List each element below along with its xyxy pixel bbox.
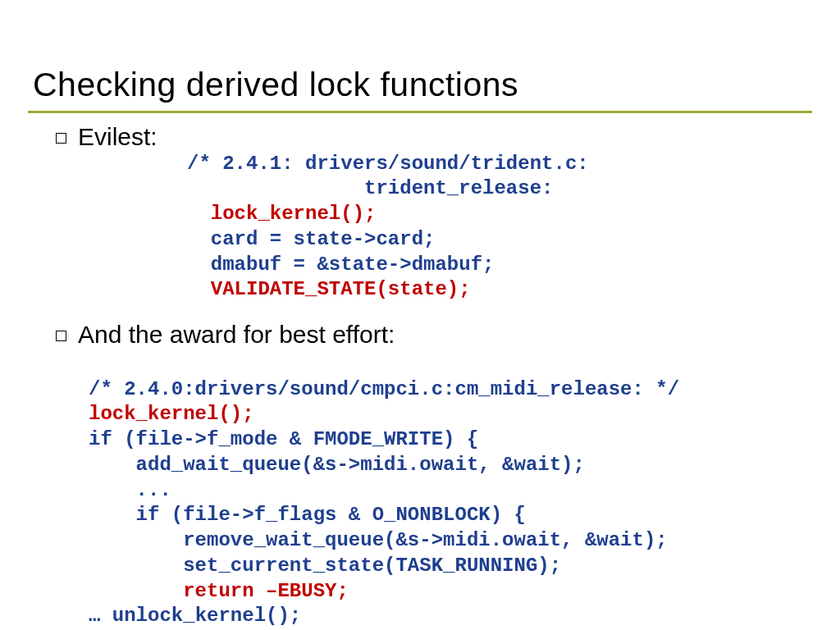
code-line: dmabuf = &state->dmabuf;: [187, 253, 494, 276]
code-line: if (file->f_mode & FMODE_WRITE) {: [89, 428, 478, 450]
code-line: /* 2.4.0:drivers/sound/cmpci.c:cm_midi_r…: [89, 378, 679, 400]
code-line: remove_wait_queue(&s->midi.owait, &wait)…: [89, 529, 668, 551]
square-bullet-icon: [56, 331, 66, 341]
code-line: ...: [89, 479, 171, 501]
bullet-label: And the award for best effort:: [78, 321, 395, 349]
code-line: /* 2.4.1: drivers/sound/trident.c:: [187, 153, 589, 175]
code-line: set_current_state(TASK_RUNNING);: [89, 555, 561, 577]
slide-title: Checking derived lock functions: [33, 66, 807, 104]
code-line: lock_kernel();: [187, 203, 376, 225]
square-bullet-icon: [56, 133, 66, 144]
code-line: return –EBUSY;: [89, 580, 349, 602]
code-line: trident_release:: [187, 177, 553, 199]
code-line: VALIDATE_STATE(state);: [187, 278, 471, 300]
title-underline: [28, 111, 812, 113]
code-line: lock_kernel();: [89, 403, 254, 425]
bullet-label: Evilest:: [78, 123, 158, 151]
code-block-trident: /* 2.4.1: drivers/sound/trident.c: tride…: [187, 126, 807, 303]
code-line: add_wait_queue(&s->midi.owait, &wait);: [89, 454, 585, 476]
code-line: card = state->card;: [187, 228, 435, 250]
slide: Checking derived lock functions Evilest:…: [0, 0, 840, 630]
code-block-cmpci: /* 2.4.0:drivers/sound/cmpci.c:cm_midi_r…: [89, 352, 807, 629]
code-line: if (file->f_flags & O_NONBLOCK) {: [89, 504, 526, 526]
bullet-best-effort: And the award for best effort:: [56, 321, 807, 349]
code-line: … unlock_kernel();: [89, 605, 301, 627]
